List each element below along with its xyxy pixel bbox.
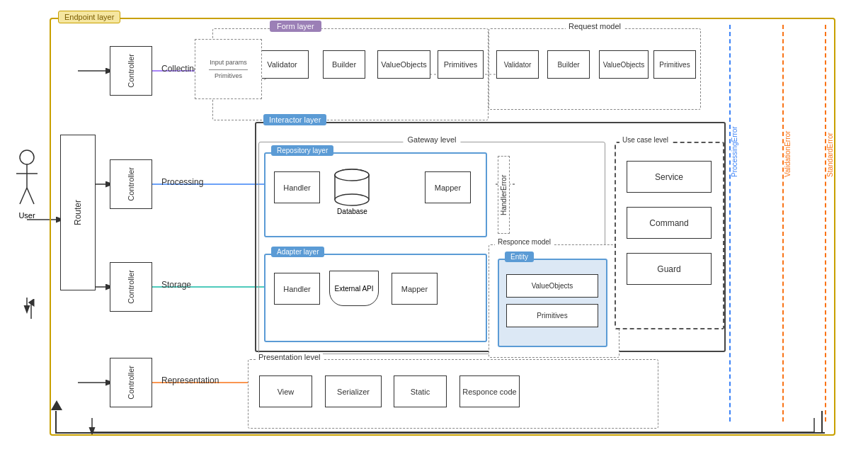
primitives-form-box: Primitives — [438, 50, 484, 79]
controller-2: Controller — [110, 159, 152, 209]
repo-layer-label: Repository layer — [271, 145, 333, 156]
svg-point-18 — [20, 150, 34, 164]
action-collecting: Collecting — [161, 64, 199, 74]
user-figure: User — [13, 149, 41, 220]
guard-box: Guard — [627, 253, 712, 285]
primitives-req-box: Primitives — [653, 50, 696, 79]
builder-req-box: Builder — [547, 50, 590, 79]
controller-1-label: Controller — [127, 54, 135, 88]
handler-repo-box: Handler — [274, 171, 320, 203]
adapter-layer: Adapter layer Handler External API Mappe… — [264, 254, 487, 342]
use-case-level: Use case level Service Command Guard — [615, 142, 724, 329]
response-model-label: Responce model — [495, 238, 554, 246]
valueobjects-req-box: ValueObjects — [599, 50, 649, 79]
valueobjects-entity-box: ValueObjects — [506, 274, 598, 298]
input-funnel-area: Input params Primitives — [195, 39, 262, 99]
presentation-level: Presentation level View Serializer Stati… — [248, 359, 658, 429]
svg-marker-30 — [51, 400, 62, 410]
responce-code-box: Responce code — [459, 375, 520, 407]
processing-error-label: ProcessingError — [731, 35, 738, 177]
svg-line-21 — [20, 188, 27, 204]
controller-4-label: Controller — [127, 366, 135, 400]
endpoint-layer-label: Endpoint layer — [58, 11, 120, 23]
mapper-adapter-box: Mapper — [392, 273, 438, 305]
command-box: Command — [627, 207, 712, 239]
database-box: Database — [333, 168, 372, 207]
validation-error-label: ValidationError — [784, 35, 792, 177]
feedback-line-bottom — [57, 432, 825, 434]
primitives-funnel-label: Primitives — [215, 72, 242, 79]
validator-box: Validator — [256, 50, 309, 79]
router-label: Router — [73, 200, 83, 225]
interactor-layer-label: Interactor layer — [263, 114, 326, 125]
request-model-container: Request model Validator Builder ValueObj… — [489, 28, 701, 110]
action-representation: Representation — [161, 375, 219, 385]
standard-error-label: StandardError — [826, 35, 834, 177]
handler-error-box: HandlerError — [498, 156, 510, 234]
input-params-label: Input params — [210, 59, 247, 67]
entity-box: View Entity ValueObjects Primitives — [498, 259, 607, 347]
request-model-label: Request model — [566, 22, 624, 30]
serializer-box: Serializer — [325, 375, 382, 407]
controller-2-label: Controller — [127, 167, 135, 201]
validator-req-box: Validator — [496, 50, 539, 79]
use-case-label: Use case level — [619, 136, 671, 144]
repo-layer: Repository layer Handler Database Mapper — [264, 152, 487, 237]
svg-point-29 — [335, 169, 369, 181]
valueobjects-form-box: ValueObjects — [377, 50, 430, 79]
static-box: Static — [394, 375, 447, 407]
handler-adapter-box: Handler — [274, 273, 320, 305]
mapper-repo-box: Mapper — [425, 171, 471, 203]
feedback-arrow — [51, 400, 62, 414]
primitives-entity-box: Primitives — [506, 304, 598, 327]
view-box: View — [259, 375, 312, 407]
action-storage: Storage — [161, 280, 191, 290]
router-box: Router — [60, 135, 96, 290]
svg-point-28 — [335, 194, 369, 205]
entity-label2: Entity — [505, 252, 534, 262]
diagram-container: Endpoint layer User Router Controller Co… — [7, 7, 857, 443]
action-processing: Processing — [161, 177, 203, 187]
external-api-box: External API — [329, 271, 379, 306]
controller-3: Controller — [110, 262, 152, 312]
form-layer-label: Form layer — [270, 21, 321, 32]
service-box: Service — [627, 161, 712, 193]
controller-1: Controller — [110, 46, 152, 96]
feedback-line-right — [821, 411, 823, 434]
controller-4: Controller — [110, 358, 152, 407]
database-label: Database — [333, 208, 372, 215]
builder-box: Builder — [323, 50, 365, 79]
user-up-arrow — [24, 299, 38, 320]
gateway-level-label: Gateway level — [403, 135, 460, 144]
svg-line-22 — [27, 188, 34, 204]
controller-3-label: Controller — [127, 270, 135, 304]
presentation-label: Presentation level — [256, 353, 323, 361]
adapter-layer-label: Adapter layer — [271, 247, 324, 257]
